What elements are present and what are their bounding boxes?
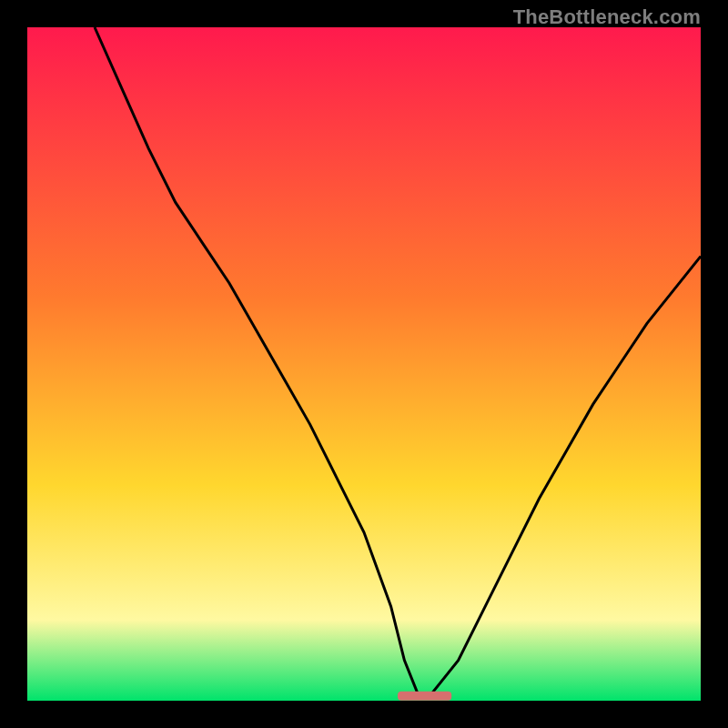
bottleneck-chart	[27, 27, 701, 701]
optimal-marker	[398, 692, 451, 701]
gradient-background	[27, 27, 701, 701]
watermark-text: TheBottleneck.com	[513, 5, 701, 29]
chart-frame: TheBottleneck.com	[0, 0, 728, 728]
